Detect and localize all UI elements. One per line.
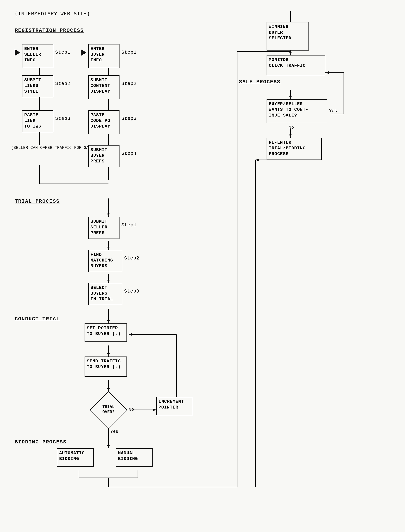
trial-step1-label: Step1 [121, 222, 137, 228]
svg-marker-55 [256, 159, 259, 161]
svg-marker-26 [129, 333, 132, 336]
enter-seller-info-box: ENTER SELLER INFO [22, 44, 53, 68]
svg-marker-19 [107, 353, 110, 357]
svg-marker-13 [107, 247, 110, 250]
buyer-start-arrow [81, 49, 86, 56]
svg-marker-43 [289, 134, 292, 138]
winning-buyer-selected-box: WINNING BUYER SELECTED [267, 22, 309, 51]
find-matching-buyers-box: FIND MATCHING BUYERS [88, 250, 122, 272]
seller-start-arrow [15, 49, 20, 56]
svg-marker-11 [107, 213, 110, 217]
seller-step3-label: Step3 [55, 116, 70, 121]
automatic-bidding-box: AUTOMATIC BIDDING [57, 448, 94, 467]
svg-marker-21 [107, 388, 110, 392]
increment-pointer-box: INCREMENT POINTER [156, 397, 193, 415]
svg-marker-41 [289, 96, 292, 99]
conduct-trial-label: CONDUCT TRIAL [15, 316, 60, 322]
monitor-click-traffic-box: MONITOR CLICK TRAFFIC [267, 55, 325, 75]
buyer-step3-label: Step3 [121, 116, 137, 121]
paste-code-pg-display-box: PASTE CODE PG DISPLAY [88, 110, 120, 134]
paste-link-iws-box: PASTE LINK TO IWS [22, 110, 53, 132]
buyer-seller-wants-box: BUYER/SELLER WANTS TO CONT- INUE SALE? [267, 99, 327, 123]
wants-yes-label: Yes [329, 108, 337, 113]
diagram-container: (INTERMEDIARY WEB SITE) REGISTRATION PRO… [0, 0, 405, 532]
svg-marker-17 [107, 320, 110, 323]
svg-marker-15 [107, 280, 110, 283]
submit-content-display-box: SUBMIT CONTENT DISPLAY [88, 75, 120, 99]
trial-over-diamond: TRIAL OVER? [90, 392, 127, 429]
svg-text:OVER?: OVER? [102, 410, 115, 414]
set-pointer-to-buyer-box: SET POINTER TO BUYER (t) [85, 323, 127, 342]
trial-over-yes-label: Yes [110, 429, 118, 434]
seller-step2-label: Step2 [55, 81, 70, 86]
trial-step3-label: Step3 [124, 288, 139, 294]
seller-step1-label: Step1 [55, 50, 70, 55]
reenter-loop-arrow [254, 156, 268, 164]
trial-step2-label: Step2 [124, 255, 139, 261]
sale-section-label: SALE PROCESS [239, 79, 281, 85]
buyer-step1-label: Step1 [121, 50, 137, 55]
buyer-step2-label: Step2 [121, 81, 137, 86]
select-buyers-in-trial-box: SELECT BUYERS IN TRIAL [88, 283, 122, 305]
seller-offer-note: (SELLER CAN OFFER TRAFFIC FOR SALE) [11, 145, 96, 151]
trial-section-label: TRIAL PROCESS [15, 199, 60, 204]
submit-links-style-box: SUBMIT LINKS STYLE [22, 75, 53, 97]
enter-buyer-info-box: ENTER BUYER INFO [88, 44, 120, 68]
trial-over-no-label: No [129, 407, 134, 412]
re-enter-trial-bidding-box: RE-ENTER TRIAL/BIDDING PROCESS [267, 138, 322, 160]
submit-seller-prefs-box: SUBMIT SELLER PREFS [88, 217, 120, 239]
send-traffic-to-buyer-box: SEND TRAFFIC TO BUYER (t) [85, 357, 127, 377]
manual-bidding-box: MANUAL BIDDING [116, 448, 153, 467]
header-label: (INTERMEDIARY WEB SITE) [15, 11, 90, 17]
buyer-step4-label: Step4 [121, 151, 137, 156]
svg-marker-49 [325, 71, 329, 74]
submit-buyer-prefs-box: SUBMIT BUYER PREFS [88, 145, 120, 167]
svg-text:TRIAL: TRIAL [102, 405, 115, 409]
wants-no-label: No [289, 125, 294, 130]
svg-marker-23 [153, 408, 156, 411]
svg-marker-28 [107, 445, 110, 448]
svg-marker-36 [289, 52, 292, 55]
bidding-section-label: BIDDING PROCESS [15, 439, 67, 445]
registration-section-label: REGISTRATION PROCESS [15, 27, 84, 33]
